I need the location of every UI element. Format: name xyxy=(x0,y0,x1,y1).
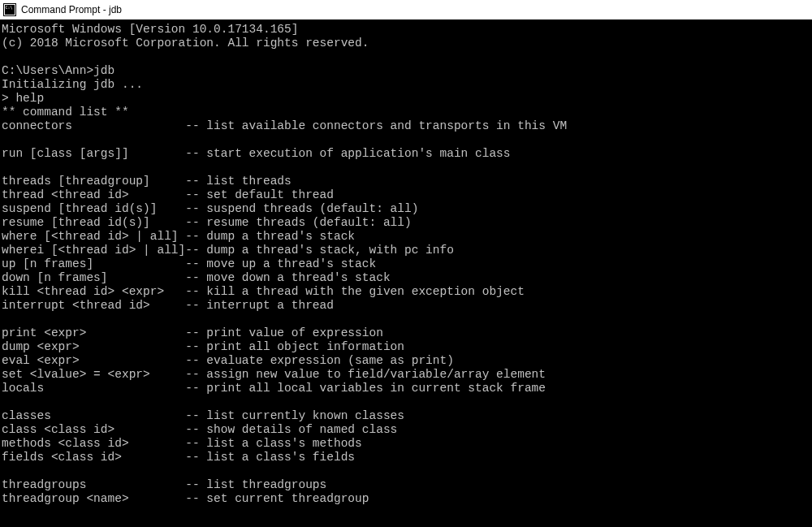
window-titlebar: C:\ Command Prompt - jdb xyxy=(0,0,812,19)
console-output[interactable]: Microsoft Windows [Version 10.0.17134.16… xyxy=(0,19,812,527)
svg-text:C:\: C:\ xyxy=(6,5,13,10)
cmd-icon: C:\ xyxy=(3,3,16,16)
window-title: Command Prompt - jdb xyxy=(21,4,122,15)
